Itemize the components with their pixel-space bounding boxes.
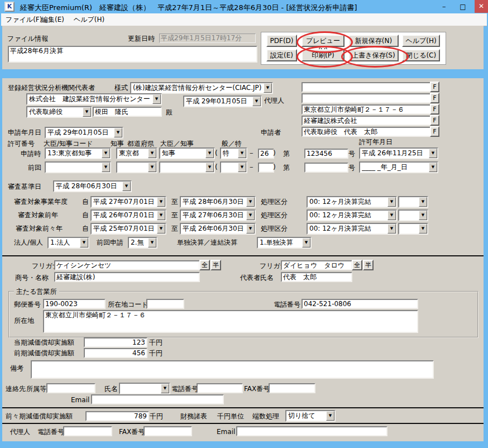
- review-shori-combo-1[interactable]: 00: 12ヶ月決算完結▼: [307, 209, 397, 221]
- preview-button[interactable]: プレビュー(V): [302, 35, 345, 47]
- permit-current-subno-field[interactable]: 26: [258, 149, 274, 159]
- rep-kana-field[interactable]: ダイヒョウ タロウ: [281, 260, 352, 270]
- contact-dept-field[interactable]: [46, 383, 95, 393]
- review-extra-combo-2[interactable]: ▼: [398, 223, 428, 235]
- applicant-address-field[interactable]: 東京都立川市柴崎町２－１７－６: [302, 104, 432, 115]
- chevron-down-icon[interactable]: ▼: [387, 211, 396, 220]
- chevron-down-icon[interactable]: ▼: [387, 224, 396, 233]
- close-icon[interactable]: ✕: [475, 0, 488, 13]
- permit-previous-minister-combo[interactable]: ▼: [159, 161, 215, 173]
- chevron-down-icon[interactable]: ▼: [114, 128, 122, 137]
- hankaku-button[interactable]: 半: [210, 260, 221, 270]
- contact-tel-field[interactable]: [197, 383, 243, 393]
- chevron-down-icon[interactable]: ▼: [205, 149, 214, 158]
- permit-previous-date-combo[interactable]: ____ _年_月_日▼: [359, 161, 438, 173]
- chevron-down-icon[interactable]: ▼: [80, 238, 88, 247]
- permit-current-minister-combo[interactable]: 知事▼: [159, 147, 215, 159]
- permit-current-class-combo[interactable]: 特▼: [220, 147, 247, 159]
- chevron-down-icon[interactable]: ▼: [205, 163, 214, 172]
- menu-help[interactable]: ヘルプ(H): [74, 15, 104, 25]
- chevron-down-icon[interactable]: ▼: [148, 163, 156, 172]
- office-code-field[interactable]: [146, 299, 184, 309]
- chevron-down-icon[interactable]: ▼: [238, 163, 246, 172]
- company-kana-field[interactable]: ケイシンケンセツ: [54, 260, 200, 270]
- zip-field[interactable]: 190-0023: [43, 299, 106, 309]
- chevron-down-icon[interactable]: ▼: [246, 197, 255, 207]
- chevron-down-icon[interactable]: ▼: [252, 97, 261, 106]
- round-combo[interactable]: 切り捨て▼: [285, 410, 336, 422]
- dep-current-field[interactable]: 123: [84, 337, 147, 347]
- review-shori-combo-2[interactable]: 00: 12ヶ月決算完結▼: [307, 223, 397, 235]
- f-button-4[interactable]: F: [430, 115, 439, 126]
- org-name-combo[interactable]: 株式会社 建設業経営情報分析センター▼: [26, 93, 162, 105]
- office-addr-field[interactable]: 東京都立川市柴崎町２－１７－６: [43, 310, 418, 333]
- help-button[interactable]: ヘルプ(H): [402, 35, 440, 47]
- chevron-down-icon[interactable]: ▼: [429, 163, 437, 172]
- f-button-5[interactable]: F: [430, 126, 439, 137]
- chevron-down-icon[interactable]: ▼: [246, 224, 255, 233]
- review-extra-combo-1[interactable]: ▼: [398, 209, 428, 221]
- f-button-2[interactable]: F: [430, 93, 439, 103]
- org-person-field[interactable]: 榎田 隆氏: [93, 107, 162, 117]
- review-from-combo-1[interactable]: 平成 26年07月01日▼: [90, 209, 166, 221]
- chevron-down-icon[interactable]: ▼: [419, 224, 427, 233]
- permit-current-pref-combo[interactable]: 東京都▼: [116, 147, 157, 159]
- overwrite-save-button[interactable]: 上書き保存(S): [348, 49, 399, 61]
- org-date-combo[interactable]: 平成 29年01月05日▼: [183, 96, 262, 107]
- applicant-company-field[interactable]: 経審建設株式会社: [302, 116, 432, 126]
- chevron-down-icon[interactable]: ▼: [122, 182, 131, 191]
- chevron-down-icon[interactable]: ▼: [152, 94, 161, 104]
- review-to-combo-2[interactable]: 平成 26年06月30日▼: [180, 223, 256, 235]
- chevron-down-icon[interactable]: ▼: [326, 411, 334, 421]
- file-name-field[interactable]: 平成28年6月決算: [8, 46, 257, 63]
- agent-fax-field[interactable]: [143, 426, 192, 436]
- dep-prev2-field[interactable]: 789: [85, 411, 149, 421]
- permit-previous-number-field[interactable]: [304, 163, 348, 173]
- menu-edit[interactable]: 編集(E): [41, 15, 64, 25]
- hojin-combo[interactable]: 1.法人▼: [47, 237, 89, 249]
- permit-current-code-combo[interactable]: 13:東京都知事▼: [45, 147, 111, 159]
- review-shori-combo-0[interactable]: 00: 12ヶ月決算完結▼: [307, 196, 397, 208]
- print-button[interactable]: 印刷(P): [302, 49, 345, 61]
- chevron-down-icon[interactable]: ▼: [264, 83, 272, 93]
- chevron-down-icon[interactable]: ▼: [157, 197, 165, 207]
- chevron-down-icon[interactable]: ▼: [161, 384, 169, 393]
- f-button-3[interactable]: F: [430, 104, 439, 115]
- f-button-1[interactable]: F: [430, 82, 439, 92]
- applicant-rep-field[interactable]: 代表取締役 代表 太郎: [302, 127, 432, 137]
- permit-previous-class-combo[interactable]: ▼: [220, 161, 247, 173]
- chevron-down-icon[interactable]: ▼: [419, 211, 427, 220]
- permit-current-date-combo[interactable]: 平成 26年11月25日▼: [359, 147, 438, 159]
- company-name-field[interactable]: 経審建設(株): [54, 272, 200, 282]
- chevron-down-icon[interactable]: ▼: [157, 211, 165, 220]
- review-extra-combo-0[interactable]: ▼: [398, 196, 428, 208]
- close-window-button[interactable]: 閉じる(C): [402, 49, 440, 61]
- chevron-down-icon[interactable]: ▼: [419, 197, 427, 207]
- dep-prev-field[interactable]: 456: [84, 348, 147, 358]
- maximize-icon[interactable]: □: [457, 2, 469, 12]
- permit-current-number-field[interactable]: 123456: [304, 149, 348, 159]
- chevron-down-icon[interactable]: ▼: [102, 163, 110, 172]
- review-from-combo-0[interactable]: 平成 27年07月01日▼: [90, 196, 166, 208]
- zenkaku-button[interactable]: 全: [199, 260, 210, 270]
- applicant-line1-field[interactable]: [302, 82, 432, 92]
- permit-previous-pref-combo[interactable]: ▼: [116, 161, 157, 173]
- permit-previous-code-combo[interactable]: ▼: [45, 161, 111, 173]
- contact-fax-field[interactable]: [269, 383, 315, 393]
- apply-date-combo[interactable]: 平成 29年01月05日▼: [45, 127, 123, 139]
- review-from-combo-2[interactable]: 平成 25年07月01日▼: [90, 223, 166, 235]
- remarks-field[interactable]: [31, 360, 434, 379]
- chevron-down-icon[interactable]: ▼: [238, 149, 246, 158]
- review-to-combo-1[interactable]: 平成 27年06月30日▼: [180, 209, 256, 221]
- office-tel-field[interactable]: 042-521-0806: [302, 299, 418, 309]
- contact-name-combo[interactable]: ▼: [119, 383, 170, 394]
- contact-email-field[interactable]: [91, 394, 224, 404]
- chevron-down-icon[interactable]: ▼: [102, 149, 110, 158]
- chevron-down-icon[interactable]: ▼: [148, 149, 156, 158]
- settings-button[interactable]: 設定(E): [266, 49, 297, 61]
- minimize-icon[interactable]: －: [438, 2, 450, 12]
- save-new-button[interactable]: 新規保存(N): [348, 35, 399, 47]
- rep-name-field[interactable]: 代表 太郎: [281, 272, 352, 282]
- zenkai-combo[interactable]: 2.無▼: [128, 237, 157, 249]
- chevron-down-icon[interactable]: ▼: [429, 149, 437, 158]
